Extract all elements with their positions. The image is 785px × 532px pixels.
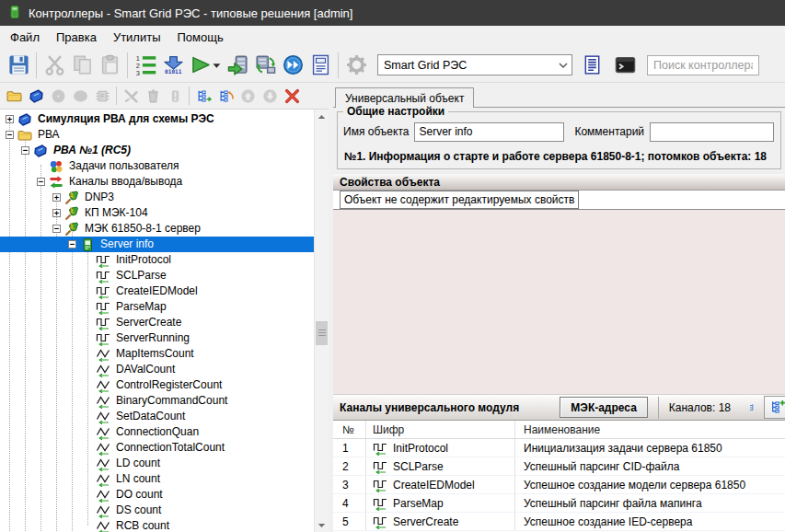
save-icon[interactable] bbox=[5, 52, 32, 79]
expand-plus-icon[interactable]: + bbox=[52, 193, 61, 202]
numbered-list-icon[interactable]: 123 bbox=[132, 52, 159, 79]
tree-item[interactable]: −РВА №1 (RC5) bbox=[0, 143, 314, 158]
tree-item[interactable]: SCLParse bbox=[0, 268, 314, 283]
tree-scrollbar[interactable] bbox=[314, 110, 329, 532]
analog-channel-icon bbox=[96, 363, 110, 377]
add-channel-tree-icon bbox=[770, 399, 785, 415]
scroll-down-icon[interactable] bbox=[315, 517, 329, 532]
digital-channel-icon bbox=[96, 316, 110, 330]
tree-item-label: КП МЭК-104 bbox=[82, 206, 151, 220]
io-channels-icon bbox=[49, 175, 63, 190]
iec-addresses-button[interactable]: МЭК-адреса bbox=[560, 397, 647, 418]
tree-item[interactable]: −МЭК 61850-8-1 сервер bbox=[0, 221, 314, 237]
object-name-input[interactable] bbox=[414, 122, 564, 142]
digital-channel-icon bbox=[96, 300, 110, 315]
tree-item[interactable]: −Каналы ввода/вывода bbox=[0, 174, 314, 190]
tree-item[interactable]: CreateIEDModel bbox=[0, 283, 314, 299]
tree-item[interactable]: BinaryCommandCount bbox=[0, 393, 314, 409]
tree-item[interactable]: +Симуляция РВА для схемы РЭС bbox=[0, 111, 314, 127]
column-header-name[interactable]: Наименование bbox=[515, 421, 785, 438]
tree-item[interactable]: SetDataCount bbox=[0, 409, 314, 424]
tree-item[interactable]: Задачи пользователя bbox=[0, 158, 314, 174]
menu-file[interactable]: Файл bbox=[2, 28, 48, 47]
menu-utilities[interactable]: Утилиты bbox=[105, 28, 169, 47]
tree-item-label: InitProtocol bbox=[113, 253, 174, 267]
menu-help[interactable]: Помощь bbox=[169, 28, 232, 47]
collapse-minus-icon[interactable]: − bbox=[68, 240, 76, 249]
menu-edit[interactable]: Правка bbox=[48, 28, 105, 47]
tree-item[interactable]: ConnectionTotalCount bbox=[0, 440, 314, 456]
column-header-num[interactable]: № bbox=[333, 421, 366, 438]
expand-plus-icon[interactable]: + bbox=[52, 209, 61, 217]
collapse-minus-icon[interactable]: − bbox=[21, 146, 29, 155]
tree-item[interactable]: DAValCount bbox=[0, 362, 314, 377]
fast-forward-icon[interactable] bbox=[279, 52, 306, 79]
table-row[interactable]: 1InitProtocolИнициализация задачи сервер… bbox=[333, 439, 785, 457]
table-row[interactable]: 4ParseMapУспешный парсинг файла мапинга bbox=[333, 494, 785, 513]
table-row[interactable]: 3CreateIEDModelУспешное создание модели … bbox=[333, 476, 785, 494]
tree-item[interactable]: MapItemsCount bbox=[0, 346, 314, 362]
settings-gear-icon[interactable] bbox=[342, 52, 370, 79]
cell-name: Успешное создание модели сервера 61850 bbox=[515, 476, 785, 493]
log-icon[interactable] bbox=[578, 52, 606, 79]
tree-item-label: SCLParse bbox=[113, 269, 169, 283]
cell-num: 1 bbox=[333, 439, 366, 457]
load-code-icon[interactable]: 01011 bbox=[159, 52, 187, 79]
tree-item[interactable]: ParseMap bbox=[0, 299, 314, 315]
main-area: F +Симуляция РВА для схемы РЭС−РВА−РВА №… bbox=[0, 83, 785, 532]
collapse-tree-icon[interactable] bbox=[214, 85, 237, 107]
table-row[interactable]: 2SCLParseУспешный парсинг CID-файла bbox=[333, 457, 785, 476]
delete-all-icon[interactable] bbox=[281, 85, 303, 107]
scroll-up-icon[interactable] bbox=[315, 110, 329, 124]
add-channel-tree-button[interactable] bbox=[764, 396, 785, 419]
analog-channel-icon bbox=[96, 394, 110, 409]
object-info-line: №1. Информация о старте и работе сервера… bbox=[344, 150, 775, 163]
expand-plus-icon[interactable]: + bbox=[6, 115, 14, 123]
object-name-label: Имя объекта bbox=[343, 125, 409, 138]
plc-icon bbox=[33, 144, 48, 158]
analog-channel-icon bbox=[96, 519, 110, 532]
table-row[interactable]: 5ServerCreateУспешное создание IED-серве… bbox=[333, 513, 785, 531]
expand-tree-icon[interactable] bbox=[192, 85, 214, 107]
tree-item[interactable]: +КП МЭК-104 bbox=[0, 205, 314, 221]
controller-combo[interactable]: Smart Grid РЭС bbox=[377, 54, 572, 75]
tree-item[interactable]: +DNP3 bbox=[0, 190, 314, 205]
tree-item-label: MapItemsCount bbox=[113, 347, 197, 361]
toolbar-separator bbox=[338, 52, 339, 78]
stop-icon bbox=[69, 85, 91, 107]
sync-server-icon[interactable] bbox=[251, 52, 279, 79]
tree-item[interactable]: RCB count bbox=[0, 518, 314, 532]
collapse-minus-icon[interactable]: − bbox=[52, 225, 61, 233]
table-header-row: №ШифрНаименование bbox=[333, 421, 785, 439]
tree-item[interactable]: ServerCreate bbox=[0, 315, 314, 330]
protocol-icon bbox=[64, 222, 79, 237]
tree-item-label: ConnectionQuan bbox=[113, 425, 202, 439]
tree-item[interactable]: LD count bbox=[0, 456, 314, 471]
tree-item[interactable]: DO count bbox=[0, 487, 314, 503]
search-input[interactable] bbox=[647, 55, 759, 75]
collapse-minus-icon[interactable]: − bbox=[6, 131, 14, 139]
controller-icon[interactable] bbox=[25, 85, 47, 107]
tree-item[interactable]: ControlRegisterCount bbox=[0, 377, 314, 393]
terminal-icon[interactable] bbox=[611, 52, 639, 79]
tree-item[interactable]: −Server info bbox=[0, 237, 314, 252]
report-icon[interactable] bbox=[306, 52, 334, 79]
open-folder-icon[interactable] bbox=[3, 85, 25, 107]
tree-item[interactable]: ConnectionQuan bbox=[0, 424, 314, 440]
general-settings-group: Общие настройки Имя объекта Комментарий … bbox=[337, 111, 781, 169]
tree-item[interactable]: ServerRunning bbox=[0, 330, 314, 346]
tree-item-label: SetDataCount bbox=[113, 410, 188, 423]
tree-item[interactable]: InitProtocol bbox=[0, 252, 314, 268]
comment-input[interactable] bbox=[650, 122, 774, 142]
scrollbar-thumb[interactable] bbox=[316, 321, 328, 345]
properties-row: Объект не содержит редактируемых свойств bbox=[333, 191, 785, 210]
collapse-minus-icon[interactable]: − bbox=[37, 178, 45, 186]
column-header-code[interactable]: Шифр bbox=[366, 421, 515, 438]
tree-item[interactable]: −РВА bbox=[0, 127, 314, 143]
tree-item[interactable]: LN count bbox=[0, 471, 314, 487]
cell-code: CreateIEDModel bbox=[366, 476, 515, 493]
write-server-icon[interactable] bbox=[224, 52, 251, 79]
run-icon[interactable] bbox=[187, 52, 224, 79]
tree-item[interactable]: DS count bbox=[0, 503, 314, 518]
digital-channel-icon bbox=[96, 284, 110, 299]
